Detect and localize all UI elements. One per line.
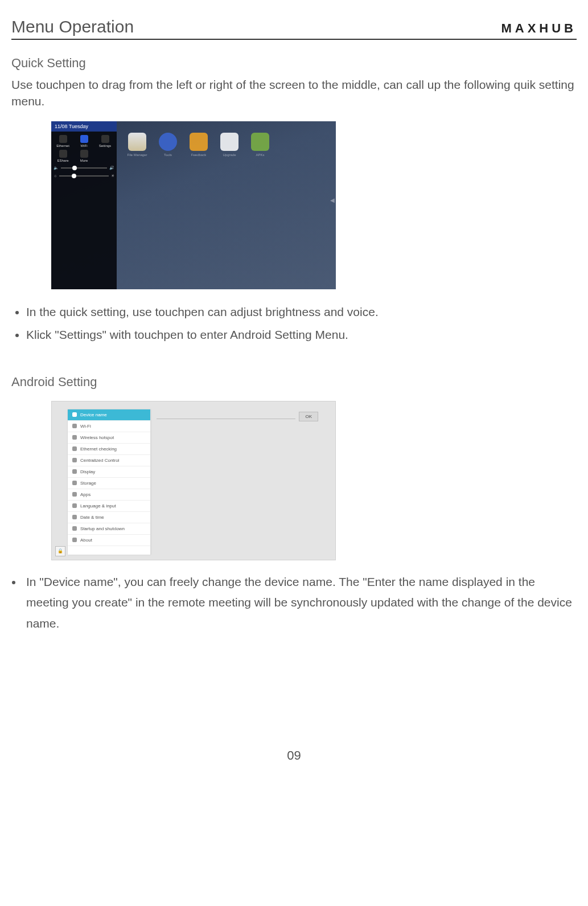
header-title: Menu Operation bbox=[11, 17, 134, 36]
settings-content-area: OK bbox=[151, 401, 335, 560]
more-icon bbox=[80, 150, 88, 158]
language-icon bbox=[72, 503, 77, 508]
eshare-icon bbox=[59, 150, 67, 158]
ethernet-icon bbox=[59, 135, 67, 143]
qs-tile-more[interactable]: More bbox=[75, 150, 93, 162]
settings-sidebar: Device name Wi-Fi Wireless hotspot Ether… bbox=[68, 409, 151, 555]
section-quick-setting-title: Quick Setting bbox=[11, 56, 577, 71]
qs-tile-wifi[interactable]: WiFi bbox=[75, 135, 93, 147]
storage-icon bbox=[72, 481, 77, 485]
desktop-upgrade-icon[interactable]: Upgrade bbox=[220, 133, 239, 151]
bullet-item: In "Device name", you can freely change … bbox=[23, 572, 577, 634]
brightness-slider[interactable]: ☼ ☀ bbox=[54, 174, 114, 178]
display-icon bbox=[72, 469, 77, 474]
device-icon bbox=[72, 412, 77, 417]
desktop-feedback-icon[interactable]: Feedback bbox=[190, 133, 208, 151]
volume-up-icon: 🔊 bbox=[109, 166, 114, 170]
volume-slider[interactable]: 🔈 🔊 bbox=[54, 166, 114, 170]
bullet-item: Klick "Settings" with touchpen to enter … bbox=[26, 323, 577, 346]
page-header: Menu Operation MAXHUB bbox=[11, 17, 577, 40]
slider-track[interactable] bbox=[59, 175, 109, 177]
power-icon bbox=[72, 526, 77, 531]
bullet-item: In the quick setting, use touchpen can a… bbox=[26, 301, 577, 323]
settings-item-storage[interactable]: Storage bbox=[68, 478, 150, 489]
control-icon bbox=[72, 458, 77, 462]
device-name-input-underline[interactable] bbox=[157, 419, 295, 419]
hotspot-icon bbox=[72, 435, 77, 440]
quick-setting-intro: Use touchpen to drag from the left or ri… bbox=[11, 76, 577, 110]
quick-settings-panel: 11/08 Tuesday Ethernet WiFi Settings ESh… bbox=[51, 121, 117, 289]
quick-setting-screenshot: 11/08 Tuesday Ethernet WiFi Settings ESh… bbox=[51, 121, 336, 289]
settings-item-apps[interactable]: Apps bbox=[68, 489, 150, 501]
brightness-low-icon: ☼ bbox=[54, 174, 57, 178]
section-android-setting-title: Android Setting bbox=[11, 375, 577, 390]
brand-logo: MAXHUB bbox=[501, 21, 577, 36]
desktop-icons-row: File Manager Tools Feedback Upgrade APKs bbox=[128, 133, 269, 151]
qs-row-2: EShare More bbox=[54, 150, 114, 162]
quick-setting-bullets: In the quick setting, use touchpen can a… bbox=[11, 301, 577, 346]
lock-icon[interactable]: 🔒 bbox=[55, 546, 65, 556]
qs-tile-ethernet[interactable]: Ethernet bbox=[54, 135, 72, 147]
desktop-tools-icon[interactable]: Tools bbox=[159, 133, 177, 151]
android-setting-bullets: In "Device name", you can freely change … bbox=[11, 572, 577, 634]
desktop-file-manager-icon[interactable]: File Manager bbox=[128, 133, 146, 151]
qs-tile-eshare[interactable]: EShare bbox=[54, 150, 72, 162]
settings-item-datetime[interactable]: Date & time bbox=[68, 512, 150, 523]
side-arrow-icon[interactable]: ◀ bbox=[330, 197, 335, 203]
page-number: 09 bbox=[11, 748, 577, 763]
settings-item-centralized[interactable]: Centralized Control bbox=[68, 455, 150, 466]
settings-item-ethernet[interactable]: Ethernet checking bbox=[68, 444, 150, 455]
apps-icon bbox=[72, 492, 77, 497]
info-icon bbox=[72, 538, 77, 542]
wifi-icon bbox=[80, 135, 88, 143]
settings-item-display[interactable]: Display bbox=[68, 466, 150, 478]
ok-button[interactable]: OK bbox=[299, 412, 318, 421]
wifi-icon bbox=[72, 424, 77, 428]
qs-tile-settings[interactable]: Settings bbox=[96, 135, 114, 147]
settings-item-device-name[interactable]: Device name bbox=[68, 409, 150, 421]
desktop-apks-icon[interactable]: APKs bbox=[251, 133, 269, 151]
settings-item-hotspot[interactable]: Wireless hotspot bbox=[68, 432, 150, 444]
slider-track[interactable] bbox=[61, 167, 107, 169]
android-settings-screenshot: 🔒 Device name Wi-Fi Wireless hotspot Eth… bbox=[51, 401, 336, 560]
settings-item-about[interactable]: About bbox=[68, 535, 150, 546]
brightness-high-icon: ☀ bbox=[111, 174, 114, 178]
qs-row-1: Ethernet WiFi Settings bbox=[54, 135, 114, 147]
volume-down-icon: 🔈 bbox=[54, 166, 59, 170]
qs-date: 11/08 Tuesday bbox=[51, 121, 117, 132]
ethernet-icon bbox=[72, 446, 77, 451]
settings-item-wifi[interactable]: Wi-Fi bbox=[68, 421, 150, 432]
settings-item-language[interactable]: Language & input bbox=[68, 501, 150, 512]
clock-icon bbox=[72, 515, 77, 519]
settings-item-startup[interactable]: Startup and shutdown bbox=[68, 523, 150, 535]
gear-icon bbox=[101, 135, 109, 143]
qs-tile-empty bbox=[96, 150, 114, 162]
